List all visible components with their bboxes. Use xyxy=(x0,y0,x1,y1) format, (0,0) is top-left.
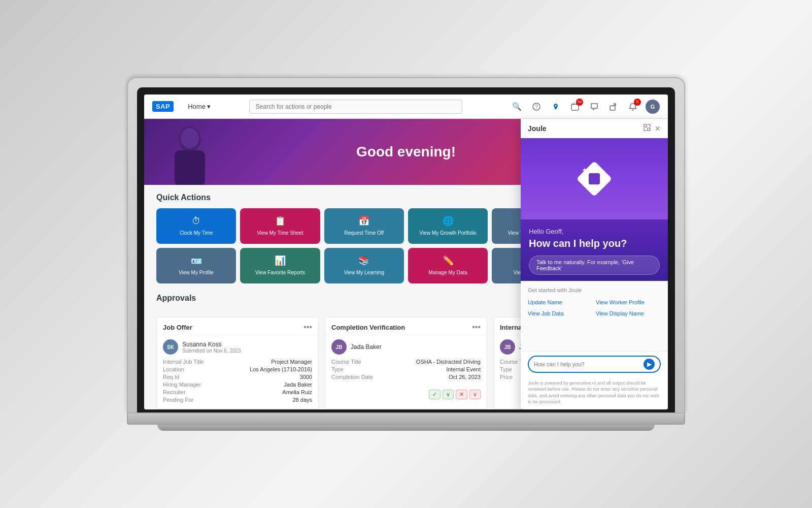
svg-rect-10 xyxy=(648,128,650,131)
completion-date-label: Completion Date xyxy=(331,374,373,380)
jada-name-1: Jada Baker xyxy=(351,343,382,351)
view-time-sheet-button[interactable]: 📋 View My Time Sheet xyxy=(240,208,320,244)
get-started-title: Get started with Joule xyxy=(528,287,661,293)
clock-icon: ⏱ xyxy=(192,216,201,227)
hiring-mgr-label: Hiring Manager xyxy=(163,382,201,388)
completion-date-row: Completion Date Oct 26, 2023 xyxy=(331,374,481,380)
header-icons: 🔍 ? 54 xyxy=(511,100,660,114)
job-offer-menu[interactable]: ••• xyxy=(303,323,312,332)
favorite-reports-label: View Favorite Reports xyxy=(255,270,305,276)
joule-send-button[interactable]: ▶ xyxy=(644,359,655,370)
update-name-link[interactable]: Update Name xyxy=(528,298,593,306)
user-avatar[interactable]: G xyxy=(646,100,660,114)
completion-title: Completion Verification xyxy=(331,324,405,331)
hiring-mgr-value: Jada Baker xyxy=(284,382,312,388)
completion-header: Completion Verification ••• xyxy=(325,318,487,335)
joule-header: Joule ✕ xyxy=(521,119,668,138)
share-icon-btn[interactable] xyxy=(607,100,620,113)
sap-nav: Home ▾ xyxy=(184,101,215,112)
sap-app: SAP Home ▾ 🔍 xyxy=(144,94,668,409)
bell-badge: 5 xyxy=(634,99,641,106)
timesheet-icon: 📋 xyxy=(275,216,286,227)
reports-icon: 📊 xyxy=(275,256,286,267)
job-offer-header: Job Offer ••• xyxy=(157,318,318,335)
request-time-off-label: Request Time Off xyxy=(345,230,384,236)
svg-rect-7 xyxy=(175,150,205,185)
calendar-icon-btn[interactable]: 54 xyxy=(568,100,582,113)
my-learning-button[interactable]: 📚 View My Learning xyxy=(324,248,404,283)
susanna-name: Susanna Koss xyxy=(182,341,241,348)
job-offer-title: Job Offer xyxy=(163,324,192,331)
joule-body: Get started with Joule Update Name View … xyxy=(521,281,668,351)
joule-hero: ✦ ✦ ✦ xyxy=(521,138,668,219)
joule-expand-button[interactable] xyxy=(644,124,651,133)
view-worker-profile-link[interactable]: View Worker Profile xyxy=(596,298,661,306)
completion-reject-btn[interactable]: ✕ xyxy=(456,390,467,399)
pending-label: Pending For xyxy=(163,397,193,403)
my-learning-label: View My Learning xyxy=(344,270,384,276)
search-icon-btn[interactable]: 🔍 xyxy=(511,100,524,113)
diamond-inner xyxy=(589,173,600,184)
completion-down-btn[interactable]: ∨ xyxy=(443,390,454,399)
type-row-1: Type Internal Event xyxy=(331,366,481,372)
pending-row: Pending For 28 days xyxy=(163,397,312,403)
search-bar xyxy=(249,100,462,114)
calendar-icon: 📅 xyxy=(358,216,369,227)
growth-portfolio-label: View My Growth Portfolio xyxy=(420,230,477,236)
job-offer-card: Job Offer ••• SK Susanna Koss Submitted … xyxy=(156,317,319,409)
hero-greeting: Good evening! xyxy=(356,144,456,160)
joule-greeting: Hello Geoff, How can I help you? Talk to… xyxy=(521,219,668,281)
request-time-off-button[interactable]: 📅 Request Time Off xyxy=(324,208,404,244)
joule-panel: Joule ✕ ✦ ✦ xyxy=(521,119,668,409)
completion-menu[interactable]: ••• xyxy=(472,323,481,332)
bell-icon-btn[interactable]: 5 xyxy=(626,100,639,113)
globe-icon: 🌐 xyxy=(443,216,454,227)
recruiter-label: Recruiter xyxy=(163,389,186,395)
help-icon-btn[interactable]: ? xyxy=(530,100,543,113)
hero-person-area xyxy=(164,124,215,185)
home-nav[interactable]: Home ▾ xyxy=(184,101,215,112)
greeting-example[interactable]: Talk to me naturally. For example, 'Give… xyxy=(529,256,660,275)
completion-person-row: JB Jada Baker xyxy=(331,339,481,355)
completion-approve-btn[interactable]: ✓ xyxy=(429,390,441,399)
completion-date-value: Oct 26, 2023 xyxy=(449,374,481,380)
joule-close-button[interactable]: ✕ xyxy=(655,124,661,133)
map-icon-btn[interactable] xyxy=(549,100,562,113)
completion-actions: ✓ ∨ ✕ ∨ xyxy=(325,386,487,403)
joule-input[interactable] xyxy=(534,361,639,367)
req-id-row: Req Id 3000 xyxy=(163,374,312,380)
search-input[interactable] xyxy=(249,100,462,114)
joule-title: Joule xyxy=(528,124,547,133)
laptop-shell: SAP Home ▾ 🔍 xyxy=(127,77,685,431)
sap-header: SAP Home ▾ 🔍 xyxy=(144,94,668,119)
hiring-mgr-row: Hiring Manager Jada Baker xyxy=(163,382,312,388)
recruiter-row: Recruiter Amelia Ruiz xyxy=(163,389,312,395)
chat-icon-btn[interactable] xyxy=(588,100,601,113)
req-id-label: Req Id xyxy=(163,374,179,380)
course-title-row-1: Course Title OSHA - Distracted Driving xyxy=(331,359,481,365)
view-job-data-link[interactable]: View Job Data xyxy=(528,309,593,318)
clock-my-time-button[interactable]: ⏱ Clock My Time xyxy=(156,208,236,244)
screen: SAP Home ▾ 🔍 xyxy=(144,94,668,409)
job-title-row: Internal Job Title Project Manager xyxy=(163,359,312,365)
location-label: Location xyxy=(163,366,184,372)
screen-bezel: SAP Home ▾ 🔍 xyxy=(137,87,675,412)
completion-card: Completion Verification ••• JB Jada Bake… xyxy=(325,317,487,409)
location-row: Location Los Angeles (1710-2016) xyxy=(163,366,312,372)
jada-avatar-1: JB xyxy=(331,339,347,355)
course-title-value-1: OSHA - Distracted Driving xyxy=(416,359,481,365)
growth-portfolio-button[interactable]: 🌐 View My Growth Portfolio xyxy=(408,208,488,244)
sap-logo: SAP xyxy=(152,101,174,112)
type-label-2: Type xyxy=(500,366,512,372)
manage-data-label: Manage My Data xyxy=(429,270,467,276)
favorite-reports-button[interactable]: 📊 View Favorite Reports xyxy=(240,248,320,283)
completion-down2-btn[interactable]: ∨ xyxy=(469,390,481,399)
profile-icon: 🪪 xyxy=(191,256,202,267)
view-display-name-link[interactable]: View Display Name xyxy=(596,309,661,318)
joule-input-wrap: ▶ xyxy=(528,356,661,373)
joule-disclaimer: Joule is powered by generative AI and al… xyxy=(521,377,668,409)
view-profile-button[interactable]: 🪪 View My Profile xyxy=(156,248,236,283)
edit-icon: ✏️ xyxy=(443,256,454,267)
manage-data-button[interactable]: ✏️ Manage My Data xyxy=(408,248,488,283)
joule-diamond-area: ✦ ✦ ✦ xyxy=(579,164,610,194)
